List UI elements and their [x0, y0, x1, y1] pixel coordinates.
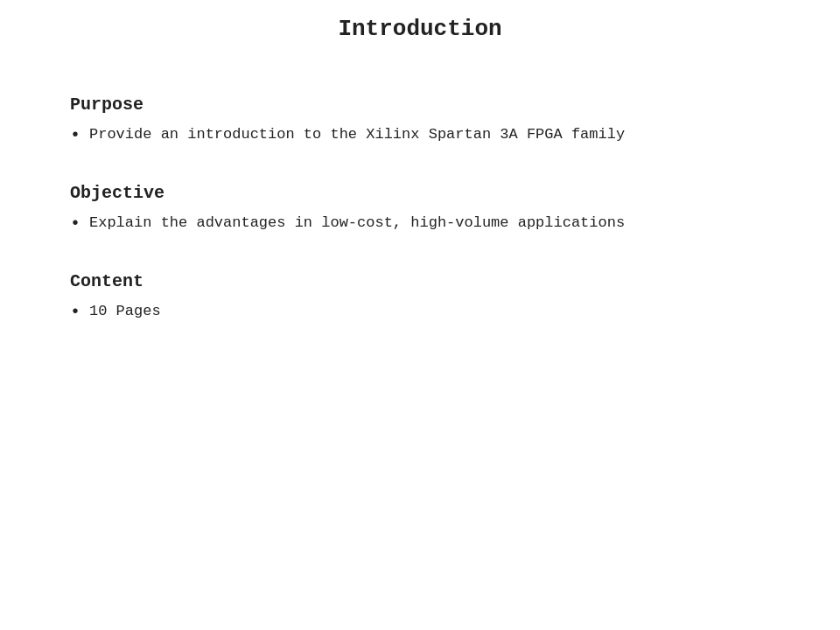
- page-title: Introduction: [70, 16, 770, 42]
- section-content: Content • 10 Pages: [70, 271, 770, 325]
- bullet-dot: •: [70, 300, 80, 325]
- section-heading-content: Content: [70, 271, 770, 291]
- section-heading-objective: Objective: [70, 183, 770, 203]
- section-purpose: Purpose • Provide an introduction to the…: [70, 94, 770, 148]
- section-heading-purpose: Purpose: [70, 94, 770, 115]
- bullet-dot: •: [70, 212, 80, 236]
- list-item: • Provide an introduction to the Xilinx …: [70, 123, 770, 148]
- bullet-text-objective-1: Explain the advantages in low-cost, high…: [89, 212, 625, 234]
- section-objective: Objective • Explain the advantages in lo…: [70, 183, 770, 236]
- list-item: • 10 Pages: [70, 300, 770, 325]
- bullet-text-content-1: 10 Pages: [89, 300, 161, 323]
- list-item: • Explain the advantages in low-cost, hi…: [70, 212, 770, 236]
- page-container: Introduction Purpose • Provide an introd…: [0, 0, 840, 630]
- bullet-text-purpose-1: Provide an introduction to the Xilinx Sp…: [89, 123, 625, 146]
- bullet-dot: •: [70, 123, 80, 148]
